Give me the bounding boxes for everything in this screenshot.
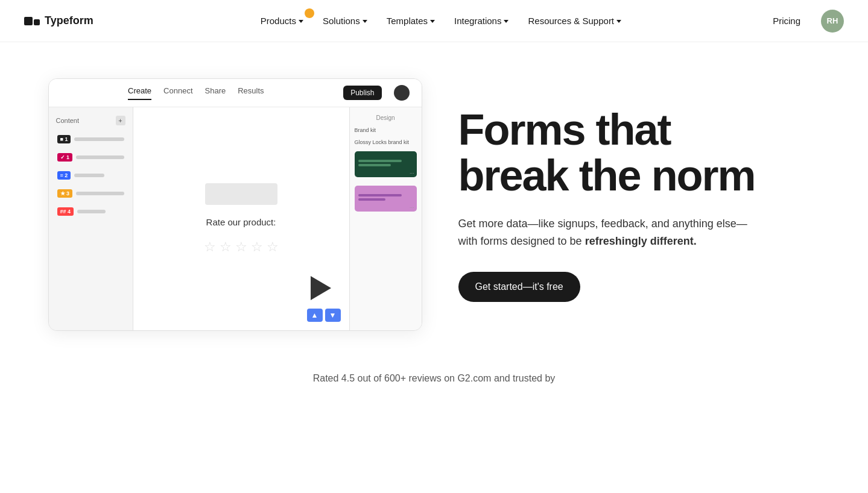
tab-connect[interactable]: Connect <box>163 86 192 100</box>
content-line-2 <box>76 155 124 159</box>
star-4[interactable]: ☆ <box>251 239 263 255</box>
integrations-nav-item[interactable]: Integrations <box>446 11 517 31</box>
color-card-dark-dots: ··· <box>355 169 417 177</box>
content-line-5 <box>77 210 105 213</box>
content-line-1 <box>74 137 124 141</box>
star-2[interactable]: ☆ <box>220 239 232 255</box>
bottom-trust-strip: Rated 4.5 out of 600+ reviews on G2.com … <box>0 355 868 396</box>
products-nav-item[interactable]: Products <box>252 11 312 31</box>
color-bar-4 <box>358 198 386 201</box>
templates-chevron-icon <box>430 20 435 23</box>
hero-text-block: Forms that break the norm Get more data—… <box>458 107 820 302</box>
nav-links: Products Solutions Templates Integration… <box>118 11 764 31</box>
content-panel: Content + ■ 1 ✓ 1 ≡ 2 <box>49 107 133 330</box>
color-card-pink-header <box>355 186 417 192</box>
mockup-tabs: Create Connect Share Results <box>61 86 332 100</box>
content-item-1[interactable]: ■ 1 <box>55 133 127 146</box>
resources-chevron-icon <box>616 20 621 23</box>
content-badge-1: ■ 1 <box>57 135 71 143</box>
integrations-chevron-icon <box>504 20 508 23</box>
star-rating: ☆ ☆ ☆ ☆ ☆ <box>204 239 279 255</box>
hero-subtitle-bold: refreshingly different. <box>585 235 697 247</box>
color-card-dark-header <box>355 151 417 157</box>
content-badge-4: ★ 3 <box>57 189 73 198</box>
publish-button[interactable]: Publish <box>343 86 381 100</box>
color-bar-2 <box>358 164 391 166</box>
tab-results[interactable]: Results <box>238 86 264 100</box>
logo-square-left <box>24 17 33 25</box>
hero-subtitle: Get more data—like signups, feedback, an… <box>458 215 760 250</box>
content-item-5[interactable]: ## 4 <box>55 205 127 218</box>
solutions-chevron-icon <box>363 20 367 23</box>
solutions-nav-item[interactable]: Solutions <box>314 11 376 31</box>
color-bar-1 <box>358 160 402 162</box>
content-item-3[interactable]: ≡ 2 <box>55 169 127 182</box>
resources-nav-item[interactable]: Resources & Support <box>519 11 630 31</box>
design-panel: Design Brand kit Glossy Locks brand kit … <box>349 107 422 330</box>
content-item-4[interactable]: ★ 3 <box>55 187 127 200</box>
color-card-dark: ··· <box>355 151 417 177</box>
user-avatar[interactable]: RH <box>821 10 844 33</box>
logo-square-right <box>34 19 40 25</box>
star-3[interactable]: ☆ <box>235 239 247 255</box>
tab-create[interactable]: Create <box>128 86 151 100</box>
notification-dot <box>305 8 314 18</box>
mockup-outer-frame: Create Connect Share Results Publish Con… <box>48 78 422 331</box>
content-line-4 <box>76 192 124 195</box>
cta-button[interactable]: Get started—it's free <box>458 272 580 302</box>
content-item-2[interactable]: ✓ 1 <box>55 151 127 164</box>
color-card-pink-bars <box>355 192 417 203</box>
logo-icon <box>24 17 40 25</box>
hero-section: Create Connect Share Results Publish Con… <box>12 42 857 355</box>
color-bar-3 <box>358 194 402 196</box>
arrow-down-button[interactable]: ▼ <box>325 309 341 322</box>
mockup-body: Content + ■ 1 ✓ 1 ≡ 2 <box>49 107 422 330</box>
content-badge-3: ≡ 2 <box>57 171 71 180</box>
templates-nav-item[interactable]: Templates <box>378 11 443 31</box>
logo[interactable]: Typeform <box>24 14 93 27</box>
pricing-nav-item[interactable]: Pricing <box>764 11 809 31</box>
brand-kit-label: Brand kit <box>355 127 417 133</box>
color-card-pink: ··· <box>355 186 417 212</box>
trust-text: Rated 4.5 out of 600+ reviews on G2.com … <box>313 373 556 383</box>
play-triangle-icon <box>311 276 331 300</box>
product-mockup: Create Connect Share Results Publish Con… <box>48 78 422 331</box>
color-card-pink-dots: ··· <box>355 203 417 212</box>
tab-share[interactable]: Share <box>205 86 226 100</box>
content-line-3 <box>74 174 104 177</box>
content-badge-5: ## 4 <box>57 207 74 216</box>
form-preview-panel: Rate our product: ☆ ☆ ☆ ☆ ☆ ▲ ▼ <box>133 107 349 330</box>
brand-name: Typeform <box>45 14 93 27</box>
navbar: Typeform Products Solutions Templates In… <box>0 0 868 42</box>
content-badge-2: ✓ 1 <box>57 153 73 162</box>
add-content-button[interactable]: + <box>116 116 125 125</box>
arrow-up-button[interactable]: ▲ <box>307 309 323 322</box>
products-nav-wrap: Products <box>252 11 312 31</box>
star-1[interactable]: ☆ <box>204 239 216 255</box>
design-panel-label: Design <box>355 115 417 121</box>
hero-title: Forms that break the norm <box>458 107 820 198</box>
brand-kit-name: Glossy Locks brand kit <box>355 139 417 145</box>
mockup-circle-button[interactable] <box>394 85 410 101</box>
form-image-placeholder <box>205 183 277 205</box>
products-chevron-icon <box>299 20 303 23</box>
play-button[interactable] <box>311 276 331 300</box>
mockup-topbar: Create Connect Share Results Publish <box>49 79 422 107</box>
star-5[interactable]: ☆ <box>267 239 279 255</box>
form-question-label: Rate our product: <box>206 217 276 227</box>
content-label-row: Content + <box>55 116 127 125</box>
color-card-dark-bars <box>355 157 417 169</box>
nav-arrow-buttons: ▲ ▼ <box>307 309 341 322</box>
